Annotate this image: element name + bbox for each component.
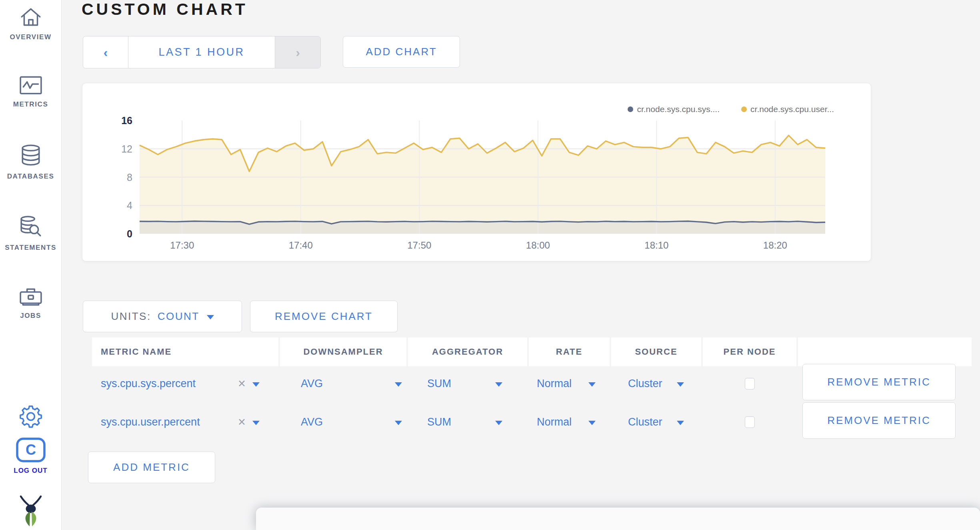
chevron-down-icon	[677, 421, 684, 425]
statements-icon	[19, 233, 42, 240]
downsampler-value: AVG	[301, 416, 323, 428]
x-tick-label: 18:10	[644, 240, 668, 251]
sidebar-item-label: DATABASES	[0, 173, 61, 181]
y-tick-label: 16	[121, 115, 132, 126]
aggregator-value: SUM	[427, 416, 451, 428]
home-icon	[19, 22, 42, 29]
metric-name-value: sys.cpu.sys.percent	[101, 377, 196, 390]
svg-text:C: C	[26, 442, 36, 458]
source-value: Cluster	[628, 416, 662, 428]
logout-button[interactable]: C LOG OUT	[0, 437, 61, 475]
legend-dot-sys-icon	[628, 106, 633, 112]
settings-button[interactable]	[0, 404, 61, 430]
y-tick-label: 8	[127, 172, 132, 183]
sidebar-item-label: OVERVIEW	[0, 33, 61, 41]
remove-metric-button[interactable]: REMOVE METRIC	[802, 402, 956, 439]
clear-x-icon: ✕	[238, 378, 246, 389]
time-range-dropdown[interactable]: LAST 1 HOUR	[128, 36, 275, 68]
x-tick-label: 18:00	[526, 240, 550, 251]
time-range-prev-button[interactable]: ‹	[83, 36, 128, 68]
legend-label: cr.node.sys.cpu.user...	[750, 104, 834, 114]
rate-dropdown[interactable]: Normal	[537, 404, 596, 440]
remove-metric-label: REMOVE METRIC	[827, 414, 931, 427]
add-metric-label: ADD METRIC	[113, 461, 190, 474]
column-header-metric-name: METRIC NAME	[92, 337, 278, 366]
y-tick-label: 0	[127, 228, 132, 239]
downsampler-dropdown[interactable]: AVG	[301, 404, 402, 440]
per-node-checkbox[interactable]	[745, 416, 755, 428]
chevron-down-icon	[395, 382, 402, 387]
units-label: UNITS:	[111, 310, 151, 323]
source-dropdown[interactable]: Cluster	[628, 404, 684, 440]
chevron-right-icon: ›	[296, 46, 300, 59]
chevron-down-icon	[252, 382, 260, 387]
units-dropdown[interactable]: UNITS: COUNT	[83, 301, 242, 332]
aggregator-value: SUM	[427, 377, 451, 390]
time-range-label: LAST 1 HOUR	[158, 46, 244, 58]
column-header-actions	[798, 337, 972, 366]
metric-name-dropdown[interactable]: sys.cpu.sys.percent	[101, 365, 196, 402]
legend-dot-user-icon	[741, 106, 747, 112]
metric-clear-button[interactable]: ✕	[238, 365, 260, 402]
downsampler-value: AVG	[301, 377, 323, 390]
sidebar-item-label: METRICS	[0, 100, 61, 108]
remove-metric-label: REMOVE METRIC	[827, 376, 931, 388]
add-metric-button[interactable]: ADD METRIC	[88, 452, 215, 483]
per-node-cell	[745, 365, 755, 402]
chart-legend: cr.node.sys.cpu.sys.... cr.node.sys.cpu.…	[628, 104, 834, 114]
metric-clear-button[interactable]: ✕	[238, 404, 260, 440]
logout-label: LOG OUT	[0, 467, 61, 475]
metric-name-dropdown[interactable]: sys.cpu.user.percent	[101, 404, 200, 440]
column-header-per-node: PER NODE	[703, 337, 796, 366]
sidebar-item-jobs[interactable]: JOBS	[0, 287, 61, 320]
downsampler-dropdown[interactable]: AVG	[301, 365, 402, 402]
sidebar: OVERVIEW METRICS DATABASES	[0, 0, 62, 530]
add-chart-button[interactable]: ADD CHART	[343, 36, 460, 68]
metric-row: sys.cpu.user.percent ✕ AVG SUM Normal Cl…	[82, 404, 980, 440]
sidebar-item-label: STATEMENTS	[0, 244, 61, 252]
x-tick-label: 17:30	[170, 240, 194, 251]
sidebar-item-metrics[interactable]: METRICS	[0, 75, 61, 108]
y-tick-label: 4	[127, 200, 132, 211]
metrics-icon	[19, 90, 42, 96]
column-header-downsampler: DOWNSAMPLER	[280, 337, 406, 366]
next-chart-card-edge	[256, 508, 980, 530]
user-series-area	[140, 135, 825, 234]
y-tick-label: 12	[121, 143, 132, 155]
remove-metric-button[interactable]: REMOVE METRIC	[802, 364, 956, 400]
per-node-checkbox[interactable]	[745, 378, 755, 389]
clear-x-icon: ✕	[238, 416, 246, 428]
cockroach-c-logo-icon: C	[16, 457, 46, 464]
rate-dropdown[interactable]: Normal	[537, 365, 596, 402]
chevron-down-icon	[207, 315, 214, 319]
metric-row: sys.cpu.sys.percent ✕ AVG SUM Normal Clu…	[82, 365, 980, 402]
chevron-down-icon	[677, 382, 684, 387]
add-chart-label: ADD CHART	[366, 46, 437, 58]
aggregator-dropdown[interactable]: SUM	[427, 365, 502, 402]
sidebar-item-databases[interactable]: DATABASES	[0, 144, 61, 181]
cockroach-bug-icon	[18, 523, 44, 530]
legend-label: cr.node.sys.cpu.sys....	[637, 104, 720, 114]
column-header-aggregator: AGGREGATOR	[408, 337, 527, 366]
gear-icon	[19, 423, 42, 430]
x-tick-label: 17:40	[289, 240, 313, 251]
sidebar-item-overview[interactable]: OVERVIEW	[0, 6, 61, 41]
chevron-left-icon: ‹	[104, 46, 108, 59]
chevron-down-icon	[252, 421, 260, 425]
x-tick-label: 17:50	[407, 240, 431, 251]
custom-chart-page: OVERVIEW METRICS DATABASES	[0, 0, 980, 530]
metric-name-value: sys.cpu.user.percent	[101, 416, 200, 428]
remove-chart-label: REMOVE CHART	[275, 310, 373, 323]
chevron-down-icon	[395, 421, 402, 425]
remove-chart-button[interactable]: REMOVE CHART	[250, 301, 398, 332]
source-dropdown[interactable]: Cluster	[628, 365, 684, 402]
time-range-selector: ‹ LAST 1 HOUR ›	[83, 36, 321, 68]
chevron-down-icon	[495, 382, 502, 387]
legend-item-user: cr.node.sys.cpu.user...	[741, 104, 834, 114]
units-value: COUNT	[158, 310, 200, 323]
time-range-next-button[interactable]: ›	[275, 36, 320, 68]
per-node-cell	[745, 404, 755, 440]
sidebar-item-statements[interactable]: STATEMENTS	[0, 215, 61, 252]
aggregator-dropdown[interactable]: SUM	[427, 404, 502, 440]
column-header-rate: RATE	[529, 337, 610, 366]
